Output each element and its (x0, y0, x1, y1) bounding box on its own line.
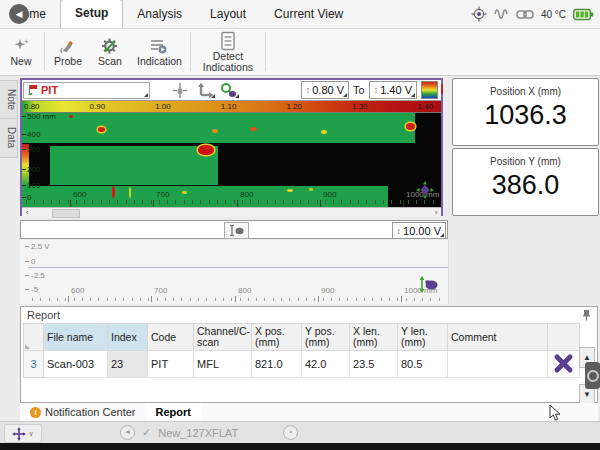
index-cell[interactable]: 23 (108, 351, 148, 378)
axes-tool-button[interactable] (194, 81, 216, 99)
position-y-panel: Position Y (mm) 386.0 (452, 148, 599, 216)
axis-minor-tick (414, 298, 415, 301)
pin-icon[interactable] (582, 309, 591, 321)
axis-minor-tick (123, 298, 124, 301)
scan-button[interactable]: Scan (89, 28, 131, 75)
axis-minor-tick (209, 200, 210, 204)
col-channel[interactable]: Channel/C-scan (194, 324, 252, 351)
position-x-panel: Position X (mm) 1036.3 (452, 78, 599, 146)
select-tool-button[interactable] (170, 81, 192, 99)
col-comment[interactable]: Comment (448, 324, 548, 351)
strip-chart[interactable]: 6007008009001000 mm2.5 V0-2.5-5 (20, 240, 449, 304)
indication-dot (112, 186, 115, 198)
col-x-len[interactable]: X len. (mm) (350, 324, 398, 351)
comment-cell[interactable] (448, 351, 548, 378)
back-button[interactable]: ◀ (9, 4, 29, 24)
cscan-plot[interactable]: 6007008009001000 mm500 mm4003002001000 (22, 113, 441, 207)
scan-cursor-icon[interactable] (416, 181, 434, 199)
ribbon-separator (44, 32, 45, 71)
axis-minor-tick (34, 200, 35, 204)
axis-minor-tick (267, 200, 268, 204)
tab-setup[interactable]: Setup (60, 0, 123, 28)
x-len-cell[interactable]: 23.5 (350, 351, 398, 378)
axis-minor-tick (198, 298, 199, 301)
signal-waveform-icon (494, 7, 509, 21)
col-y-pos[interactable]: Y pos. (mm) (302, 324, 350, 351)
axis-minor-tick (192, 200, 193, 204)
axis-minor-tick (292, 200, 293, 204)
delete-row-button[interactable] (553, 353, 574, 374)
indication-button[interactable]: Indication (131, 28, 188, 75)
axis-tick-label: 200 (27, 165, 40, 174)
scan-hscrollbar[interactable]: ‹ › (22, 207, 441, 217)
axis-minor-tick (215, 298, 216, 301)
tab-current-view[interactable]: Current View (260, 1, 357, 28)
range-from-value: 0.80 V (312, 84, 344, 96)
select-all-cell[interactable] (24, 324, 44, 351)
palette-icon[interactable] (421, 81, 438, 99)
new-button[interactable]: New (0, 28, 42, 75)
zoom-tool-button[interactable] (218, 81, 240, 99)
delete-row-cell (548, 351, 580, 378)
axis-minor-tick (22, 134, 26, 135)
axis-minor-tick (381, 298, 382, 301)
battery-icon (573, 8, 594, 21)
probe-button[interactable]: Probe (47, 28, 89, 75)
scroll-right-icon[interactable]: › (432, 208, 440, 217)
cscan-view[interactable]: PIT ↕ 0.80 V To ↕ 1.40 V 0.8 (20, 78, 443, 216)
pan-tool-button[interactable] (224, 222, 249, 239)
back-icon: ◀ (16, 9, 23, 19)
axis-minor-tick (308, 200, 309, 204)
channel-label: PIT (41, 84, 58, 96)
y-len-cell[interactable]: 80.5 (398, 351, 448, 378)
row-number-cell[interactable]: 3 (24, 351, 44, 378)
tab-layout[interactable]: Layout (196, 1, 260, 28)
axis-minor-tick (74, 298, 75, 301)
ribbon-toolbar: New Probe Scan Indication Detect Indicat… (0, 28, 600, 76)
report-header-row: File name Index Code Channel/C-scan X po… (24, 324, 580, 351)
channel-cell[interactable]: MFL (194, 351, 252, 378)
ribbon-separator (265, 32, 266, 71)
strip-cursor-icon[interactable] (418, 276, 440, 293)
move-tool-button[interactable]: ∨ (4, 424, 42, 443)
col-index[interactable]: Index (108, 324, 148, 351)
axis-minor-tick (416, 200, 417, 204)
scale-spinner[interactable]: ↕ 10.00 V (392, 222, 446, 239)
chevron-down-icon: ∨ (28, 430, 33, 438)
axis-minor-tick (65, 298, 66, 301)
col-y-len[interactable]: Y len. (mm) (398, 324, 448, 351)
range-to-spinner[interactable]: ↕ 1.40 V (369, 81, 417, 99)
main-tab-bar: ◀ Home Setup Analysis Layout Current Vie… (0, 0, 600, 29)
axis-major-tick (318, 296, 319, 302)
scroll-indicator-badge[interactable] (585, 362, 600, 389)
channel-selector[interactable]: PIT (23, 82, 150, 99)
report-vscrollbar[interactable]: ▲ ▼ (579, 347, 596, 405)
axis-minor-tick (223, 298, 224, 301)
scroll-thumb[interactable] (52, 209, 80, 218)
side-tab-data[interactable]: Data (0, 118, 18, 158)
detect-indications-button[interactable]: Detect Indications (193, 28, 263, 75)
indication-label: Indication (137, 56, 182, 67)
report-table: File name Index Code Channel/C-scan X po… (23, 323, 580, 378)
col-code[interactable]: Code (148, 324, 194, 351)
tab-analysis[interactable]: Analysis (123, 1, 196, 28)
axis-minor-tick (314, 298, 315, 301)
tab-notification-center[interactable]: i Notification Center (20, 403, 146, 421)
file-name-cell[interactable]: Scan-003 (44, 351, 108, 378)
file-status-icon[interactable]: • (283, 425, 298, 440)
x-pos-cell[interactable]: 821.0 (252, 351, 302, 378)
y-pos-cell[interactable]: 42.0 (302, 351, 350, 378)
prev-file-icon[interactable]: ◄ (120, 425, 135, 440)
code-cell[interactable]: PIT (148, 351, 194, 378)
report-row[interactable]: 3 Scan-003 23 PIT MFL 821.0 42.0 23.5 80… (24, 351, 580, 378)
indication-dot (250, 127, 257, 131)
colorbar-tick-label: 0.80 (24, 102, 40, 111)
col-x-pos[interactable]: X pos. (mm) (252, 324, 302, 351)
range-from-spinner[interactable]: ↕ 0.80 V (301, 81, 349, 99)
scroll-left-icon[interactable]: ‹ (23, 208, 31, 217)
side-tab-note[interactable]: Note (0, 80, 18, 120)
tab-report[interactable]: Report (146, 403, 201, 421)
axis-minor-tick (68, 200, 69, 204)
axis-minor-tick (159, 200, 160, 204)
col-file-name[interactable]: File name (44, 324, 108, 351)
